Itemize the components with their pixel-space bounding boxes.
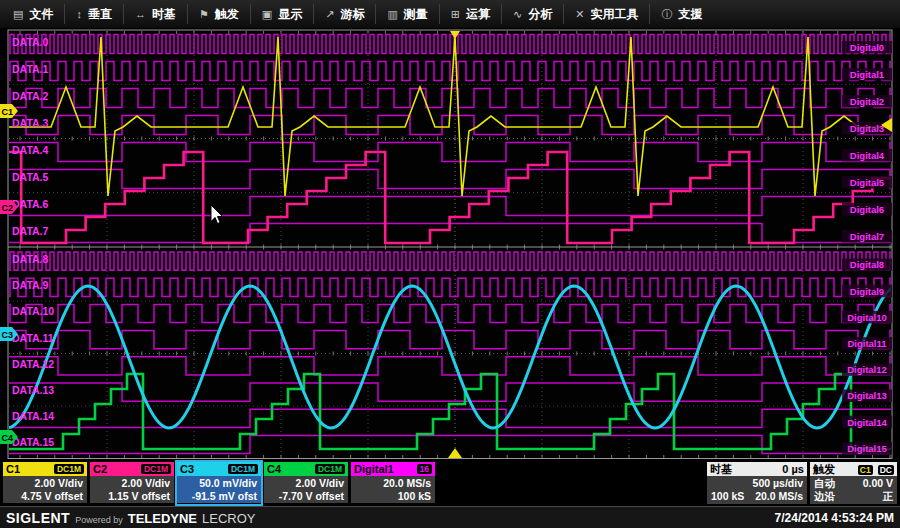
descriptor-digital1[interactable]: Digital11620.0 MS/s100 kS [351, 462, 435, 504]
menu-item-measure[interactable]: ▥测量 [376, 3, 438, 25]
support-icon: ⓘ [661, 7, 672, 22]
menu-item-label: 垂直 [88, 6, 112, 23]
descriptor-c1[interactable]: C1DC1M2.00 V/div4.75 V offset [3, 462, 87, 504]
descriptor-offset: 100 kS [355, 490, 431, 503]
menu-item-file[interactable]: ▤文件 [2, 3, 64, 25]
bus-label-left-0: DATA.0 [12, 36, 49, 48]
menu-item-label: 测量 [404, 6, 428, 23]
bus-label-left-3: DATA.3 [12, 117, 49, 129]
cursors-icon: ↗ [325, 8, 334, 21]
menu-item-analysis[interactable]: ∿分析 [502, 3, 563, 25]
math-icon: ⊞ [451, 8, 460, 21]
display-icon: ▣ [262, 8, 272, 21]
bus-label-left-7: DATA.7 [12, 225, 49, 237]
descriptor-coupling-badge: 16 [417, 464, 432, 474]
digital-label-right-3: Digital3 [850, 123, 884, 134]
bus-label-left-10: DATA.10 [12, 305, 54, 317]
descriptor-scale: 20.0 MS/s [355, 477, 431, 490]
bus-label-left-2: DATA.2 [12, 90, 49, 102]
bus-label-left-15: DATA.15 [12, 436, 54, 448]
digital-label-right-4: Digital4 [850, 150, 885, 161]
trigger-type: 边沿 [814, 490, 835, 503]
descriptor-values: 20.0 MS/s100 kS [351, 476, 435, 503]
descriptor-offset: 4.75 V offset [7, 490, 83, 503]
timebase-scale: 500 µs/div [753, 477, 803, 490]
trigger-level: 0.00 V [863, 477, 893, 490]
descriptor-channel-name: C2 [93, 463, 107, 475]
menu-item-label: 显示 [278, 6, 302, 23]
measure-icon: ▥ [387, 8, 397, 21]
trigger-source-badge: C1 [858, 465, 873, 475]
menu-item-label: 时基 [152, 6, 176, 23]
bus-label-left-1: DATA.1 [12, 63, 49, 75]
timebase-title: 时基 [710, 462, 732, 476]
descriptor-channel-name: C3 [180, 463, 194, 475]
menu-item-label: 支援 [678, 6, 702, 23]
svg-text:C3: C3 [2, 330, 14, 340]
file-icon: ▤ [13, 8, 23, 21]
brand-siglent: SIGLENT [6, 510, 70, 526]
timebase-icon: ↔ [135, 8, 146, 20]
brand-powered-by: Powered by [75, 515, 123, 525]
digital-label-right-11: Digital11 [847, 338, 887, 349]
descriptor-channel-name: C4 [267, 463, 281, 475]
descriptor-channel-name: C1 [6, 463, 20, 475]
menu-bar: ▤文件↕垂直↔时基⚑触发▣显示↗游标▥测量⊞运算∿分析✕实用工具ⓘ支援 [0, 0, 900, 28]
descriptor-c4[interactable]: C4DC1M2.00 V/div-7.70 V offset [264, 462, 348, 504]
digital-label-right-2: Digital2 [850, 96, 884, 107]
brand-lecroy: LECROY [202, 511, 255, 526]
digital-label-right-15: Digital15 [847, 443, 887, 454]
timebase-rate: 20.0 MS/s [755, 490, 803, 503]
digital-label-right-5: Digital5 [850, 177, 885, 188]
timebase-panel[interactable]: 时基 0 µs 500 µs/div 100 kS 20.0 MS/s [707, 462, 807, 504]
datetime-display: 7/24/2014 4:53:24 PM [775, 511, 894, 525]
descriptor-c2[interactable]: C2DC1M2.00 V/div1.15 V offset [90, 462, 174, 504]
descriptor-coupling-badge: DC1M [228, 464, 258, 474]
brand-logo: SIGLENT Powered by TELEDYNE LECROY [6, 510, 256, 526]
bus-label-left-11: DATA.11 [12, 332, 54, 344]
footer-bar: SIGLENT Powered by TELEDYNE LECROY 7/24/… [0, 506, 900, 528]
oscilloscope-app: ▤文件↕垂直↔时基⚑触发▣显示↗游标▥测量⊞运算∿分析✕实用工具ⓘ支援 DATA… [0, 0, 900, 528]
descriptor-values: 50.0 mV/div-91.5 mV ofst [177, 476, 261, 503]
menu-item-trigger[interactable]: ⚑触发 [188, 3, 250, 25]
menu-item-timebase[interactable]: ↔时基 [124, 3, 187, 25]
descriptor-c3[interactable]: C3DC1M50.0 mV/div-91.5 mV ofst [177, 462, 261, 504]
digital-label-right-12: Digital12 [847, 364, 887, 375]
trigger-slope: 正 [883, 490, 894, 503]
menu-item-label: 触发 [215, 6, 239, 23]
digital-label-right-14: Digital14 [847, 417, 887, 428]
menu-item-label: 运算 [466, 6, 490, 23]
menu-item-label: 文件 [29, 6, 53, 23]
descriptor-offset: 1.15 V offset [94, 490, 170, 503]
descriptor-channel-name: Digital1 [354, 463, 394, 475]
descriptor-values: 2.00 V/div1.15 V offset [90, 476, 174, 503]
utilities-icon: ✕ [575, 8, 584, 21]
menu-item-display[interactable]: ▣显示 [251, 3, 313, 25]
menu-item-label: 实用工具 [590, 6, 638, 23]
brand-teledyne: TELEDYNE [128, 511, 197, 526]
trigger-title: 触发 [813, 462, 835, 476]
menu-item-vertical[interactable]: ↕垂直 [65, 3, 123, 25]
menu-item-support[interactable]: ⓘ支援 [650, 3, 713, 25]
menu-item-utilities[interactable]: ✕实用工具 [564, 3, 649, 25]
bus-label-left-9: DATA.9 [12, 279, 49, 291]
bus-label-left-13: DATA.13 [12, 384, 54, 396]
descriptor-values: 2.00 V/div-7.70 V offset [264, 476, 348, 503]
menu-item-label: 分析 [528, 6, 552, 23]
timebase-position: 0 µs [782, 462, 804, 476]
analysis-icon: ∿ [513, 8, 522, 21]
menu-item-math[interactable]: ⊞运算 [440, 3, 501, 25]
digital-label-right-6: Digital6 [850, 204, 884, 215]
bus-label-left-6: DATA.6 [12, 198, 49, 210]
digital-label-right-13: Digital13 [847, 390, 887, 401]
menu-item-label: 游标 [340, 6, 364, 23]
descriptor-scale: 50.0 mV/div [181, 477, 257, 490]
descriptor-offset: -7.70 V offset [268, 490, 344, 503]
descriptor-scale: 2.00 V/div [94, 477, 170, 490]
scope-display: DATA.0DATA.1DATA.2DATA.3DATA.4DATA.5DATA… [0, 28, 900, 460]
menu-item-cursors[interactable]: ↗游标 [314, 3, 375, 25]
descriptor-scale: 2.00 V/div [268, 477, 344, 490]
svg-text:C4: C4 [2, 433, 14, 443]
trigger-panel[interactable]: 触发 C1 DC 自动 0.00 V 边沿 正 [810, 462, 897, 504]
digital-label-right-0: Digital0 [850, 42, 884, 53]
